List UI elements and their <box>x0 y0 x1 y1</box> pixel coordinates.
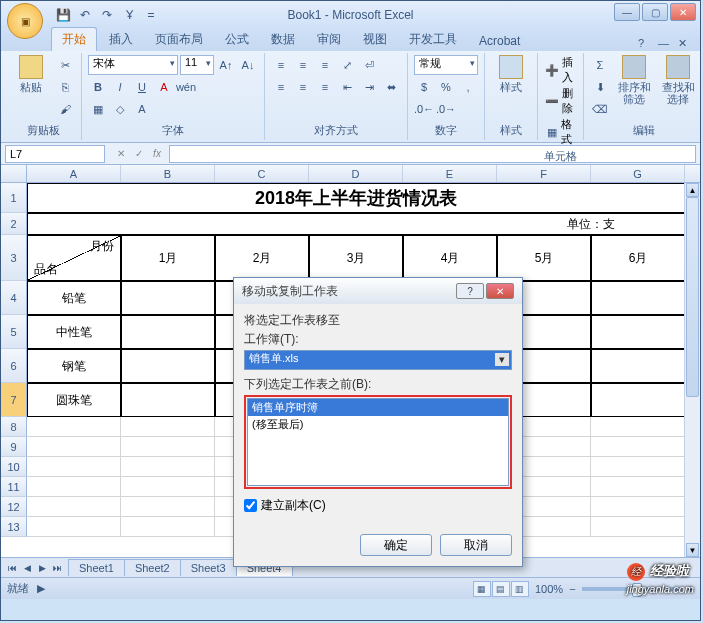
cell[interactable] <box>121 457 215 477</box>
enter-fx-icon[interactable]: ✓ <box>131 146 147 162</box>
font-color2-icon[interactable]: A <box>132 99 152 119</box>
cut-icon[interactable]: ✂ <box>55 55 75 75</box>
sort-filter-button[interactable]: 排序和 筛选 <box>614 55 654 119</box>
delete-cells-icon[interactable]: ➖ <box>544 91 560 111</box>
cell[interactable] <box>121 497 215 517</box>
minimize-button[interactable]: — <box>614 3 640 21</box>
cell[interactable] <box>591 417 685 437</box>
cell[interactable] <box>121 437 215 457</box>
wrap-icon[interactable]: ⏎ <box>359 55 379 75</box>
cell[interactable] <box>591 497 685 517</box>
border-icon[interactable]: ▦ <box>88 99 108 119</box>
inc-decimal-icon[interactable]: .0← <box>414 99 434 119</box>
row-header[interactable]: 1 <box>1 183 27 213</box>
row-header[interactable]: 5 <box>1 315 27 349</box>
col-header[interactable]: F <box>497 165 591 182</box>
cell[interactable]: 2018年上半年进货情况表 <box>27 183 685 213</box>
fill-color-icon[interactable]: ◇ <box>110 99 130 119</box>
equals-icon[interactable]: = <box>143 7 159 23</box>
workbook-select[interactable]: 销售单.xls <box>244 350 512 370</box>
create-copy-checkbox[interactable] <box>244 499 257 512</box>
tab-insert[interactable]: 插入 <box>99 28 143 51</box>
row-header[interactable]: 6 <box>1 349 27 383</box>
shrink-font-icon[interactable]: A↓ <box>238 55 258 75</box>
row-header[interactable]: 8 <box>1 417 27 437</box>
view-layout-icon[interactable]: ▤ <box>492 581 510 597</box>
dialog-close-button[interactable]: ✕ <box>486 283 514 299</box>
autosum-icon[interactable]: Σ <box>590 55 610 75</box>
row-header[interactable]: 9 <box>1 437 27 457</box>
zoom-level[interactable]: 100% <box>535 583 563 595</box>
minimize-ribbon-icon[interactable]: — <box>658 37 672 51</box>
row-header[interactable]: 12 <box>1 497 27 517</box>
scroll-down-icon[interactable]: ▼ <box>686 543 699 557</box>
font-color-icon[interactable]: A <box>154 77 174 97</box>
sheet-next-icon[interactable]: ▶ <box>35 561 49 575</box>
orientation-icon[interactable]: ⤢ <box>337 55 357 75</box>
indent-inc-icon[interactable]: ⇥ <box>359 77 379 97</box>
align-left-icon[interactable]: ≡ <box>271 77 291 97</box>
tab-acrobat[interactable]: Acrobat <box>469 31 530 51</box>
tab-review[interactable]: 审阅 <box>307 28 351 51</box>
list-item[interactable]: 销售单序时簿 <box>248 399 508 416</box>
align-top-icon[interactable]: ≡ <box>271 55 291 75</box>
currency-icon[interactable]: $ <box>414 77 434 97</box>
insert-cells-icon[interactable]: ➕ <box>544 60 560 80</box>
sheet-tab[interactable]: Sheet3 <box>180 559 237 576</box>
cell[interactable] <box>591 517 685 537</box>
cell[interactable]: 钢笔 <box>27 349 121 383</box>
sheet-first-icon[interactable]: ⏮ <box>5 561 19 575</box>
cell[interactable] <box>121 517 215 537</box>
cell[interactable] <box>27 457 121 477</box>
cell[interactable] <box>591 437 685 457</box>
cell[interactable]: 中性笔 <box>27 315 121 349</box>
percent-icon[interactable]: % <box>436 77 456 97</box>
phonetic-icon[interactable]: wén <box>176 77 196 97</box>
row-header[interactable]: 2 <box>1 213 27 235</box>
tab-dev[interactable]: 开发工具 <box>399 28 467 51</box>
dialog-titlebar[interactable]: 移动或复制工作表 ? ✕ <box>234 278 522 304</box>
cell[interactable] <box>591 281 685 315</box>
indent-dec-icon[interactable]: ⇤ <box>337 77 357 97</box>
bold-icon[interactable]: B <box>88 77 108 97</box>
tab-view[interactable]: 视图 <box>353 28 397 51</box>
cell[interactable]: 铅笔 <box>27 281 121 315</box>
name-box[interactable]: L7 <box>5 145 105 163</box>
row-header[interactable]: 7 <box>1 383 27 417</box>
ok-button[interactable]: 确定 <box>360 534 432 556</box>
col-header[interactable]: C <box>215 165 309 182</box>
find-select-button[interactable]: 查找和 选择 <box>658 55 698 119</box>
cell[interactable]: 4月 <box>403 235 497 281</box>
cell[interactable]: 单位：支 <box>497 213 685 235</box>
vertical-scrollbar[interactable]: ▲ ▼ <box>684 183 700 557</box>
col-header[interactable]: D <box>309 165 403 182</box>
cell[interactable] <box>121 315 215 349</box>
row-header[interactable]: 3 <box>1 235 27 281</box>
row-header[interactable]: 11 <box>1 477 27 497</box>
scroll-up-icon[interactable]: ▲ <box>686 183 699 197</box>
col-header[interactable]: G <box>591 165 685 182</box>
app-close-icon[interactable]: ✕ <box>678 37 692 51</box>
row-header[interactable]: 13 <box>1 517 27 537</box>
align-bot-icon[interactable]: ≡ <box>315 55 335 75</box>
tab-layout[interactable]: 页面布局 <box>145 28 213 51</box>
cancel-button[interactable]: 取消 <box>440 534 512 556</box>
cell[interactable] <box>27 517 121 537</box>
cell[interactable]: 5月 <box>497 235 591 281</box>
save-icon[interactable]: 💾 <box>55 7 71 23</box>
maximize-button[interactable]: ▢ <box>642 3 668 21</box>
select-all-corner[interactable] <box>1 165 27 182</box>
merge-icon[interactable]: ⬌ <box>381 77 401 97</box>
cancel-fx-icon[interactable]: ✕ <box>113 146 129 162</box>
paste-button[interactable]: 粘贴 <box>11 55 51 119</box>
underline-icon[interactable]: U <box>132 77 152 97</box>
fill-icon[interactable]: ⬇ <box>590 77 610 97</box>
cell[interactable] <box>121 383 215 417</box>
scroll-thumb[interactable] <box>686 197 699 397</box>
align-mid-icon[interactable]: ≡ <box>293 55 313 75</box>
col-header[interactable]: E <box>403 165 497 182</box>
office-button[interactable]: ▣ <box>7 3 43 39</box>
cell[interactable]: 1月 <box>121 235 215 281</box>
sheet-prev-icon[interactable]: ◀ <box>20 561 34 575</box>
fx-icon[interactable]: fx <box>149 146 165 162</box>
